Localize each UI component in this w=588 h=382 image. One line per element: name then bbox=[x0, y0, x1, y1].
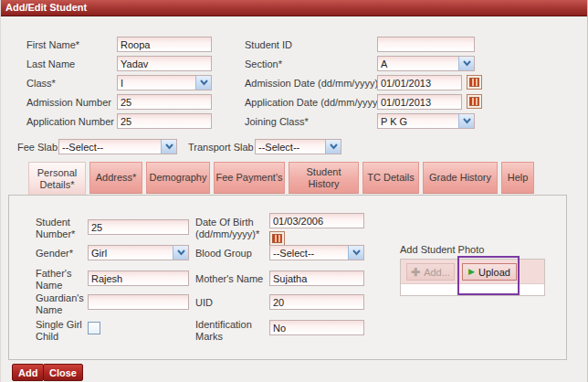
date-of-birth-calendar-icon[interactable] bbox=[269, 231, 285, 246]
fee-slab-label: Fee Slab bbox=[17, 142, 58, 154]
student-number-input[interactable] bbox=[88, 219, 189, 235]
joining-class-select-value: P K G bbox=[378, 116, 458, 127]
single-girl-child-label: Single Girl Child bbox=[36, 319, 92, 343]
calendar-grid-glyph bbox=[272, 234, 282, 243]
transport-slab-label: Transport Slab bbox=[188, 142, 254, 154]
tab-address[interactable]: Address* bbox=[89, 162, 142, 194]
chevron-down-icon bbox=[458, 57, 474, 70]
transport-slab-select-value: --Select-- bbox=[256, 142, 325, 153]
application-date-input[interactable] bbox=[377, 94, 462, 110]
date-of-birth-input[interactable] bbox=[269, 213, 364, 228]
window-title: Add/Edit Student bbox=[5, 2, 87, 13]
uid-input[interactable] bbox=[269, 294, 364, 310]
window-titlebar: Add/Edit Student bbox=[1, 0, 587, 16]
chevron-down-icon bbox=[348, 246, 363, 260]
application-date-calendar-icon[interactable] bbox=[467, 94, 482, 109]
mothers-name-label: Mother's Name bbox=[195, 273, 263, 285]
chevron-down-icon bbox=[195, 76, 211, 90]
single-girl-child-checkbox[interactable] bbox=[88, 322, 100, 334]
guardians-name-label: Guardian's Name bbox=[36, 292, 94, 316]
photo-add-button-label: Add... bbox=[424, 267, 450, 278]
admission-number-input[interactable] bbox=[117, 94, 212, 110]
application-number-input[interactable] bbox=[117, 113, 212, 129]
blood-group-label: Blood Group bbox=[195, 248, 252, 260]
section-select[interactable]: A bbox=[377, 56, 475, 71]
tab-help[interactable]: Help bbox=[501, 162, 534, 194]
student-id-label: Student ID bbox=[245, 39, 292, 51]
first-name-input[interactable] bbox=[117, 37, 212, 52]
admission-number-label: Admission Number bbox=[26, 97, 116, 109]
chevron-down-icon bbox=[161, 140, 176, 154]
section-label: Section* bbox=[245, 58, 282, 70]
close-button[interactable]: Close bbox=[43, 364, 83, 381]
tab-grade-history[interactable]: Grade History bbox=[423, 162, 498, 194]
chevron-down-icon bbox=[458, 114, 474, 128]
tab-personal-details[interactable]: Personal Details* bbox=[28, 162, 86, 195]
plus-icon: ✚ bbox=[411, 268, 420, 277]
class-label: Class* bbox=[26, 78, 116, 90]
fee-slab-select-value: --Select-- bbox=[59, 142, 161, 153]
identification-marks-label: Identification Marks bbox=[195, 319, 267, 343]
joining-class-label: Joining Class* bbox=[245, 116, 309, 128]
date-of-birth-label: Date Of Birth (dd/mm/yyyy)* bbox=[195, 217, 270, 240]
blood-group-select-value: --Select-- bbox=[270, 248, 348, 259]
section-select-value: A bbox=[378, 58, 458, 69]
mothers-name-input[interactable] bbox=[269, 271, 364, 286]
gender-label: Gender* bbox=[36, 248, 73, 260]
fee-slab-select[interactable]: --Select-- bbox=[58, 139, 177, 154]
tab-tc-details[interactable]: TC Details bbox=[362, 162, 419, 194]
student-id-input[interactable] bbox=[377, 37, 475, 52]
blood-group-select[interactable]: --Select-- bbox=[269, 245, 364, 260]
uid-label: UID bbox=[195, 297, 213, 309]
tab-demography[interactable]: Demography bbox=[146, 162, 210, 194]
last-name-input[interactable] bbox=[117, 56, 212, 71]
application-number-label: Application Number bbox=[26, 116, 116, 128]
upload-highlight-rectangle bbox=[457, 256, 520, 295]
transport-slab-select[interactable]: --Select-- bbox=[255, 139, 341, 154]
gender-select[interactable]: Girl bbox=[88, 245, 189, 260]
chevron-down-icon bbox=[173, 246, 188, 260]
first-name-label: First Name* bbox=[26, 39, 116, 51]
admission-date-input[interactable] bbox=[377, 75, 462, 90]
tab-fee-payments[interactable]: Fee Payment's bbox=[214, 162, 285, 194]
tab-student-history[interactable]: Student History bbox=[289, 162, 359, 194]
class-select-value: I bbox=[118, 78, 195, 89]
class-select[interactable]: I bbox=[117, 75, 212, 90]
calendar-grid-glyph bbox=[469, 97, 479, 106]
gender-select-value: Girl bbox=[89, 248, 173, 259]
last-name-label: Last Name bbox=[26, 58, 116, 70]
add-edit-student-window: Add/Edit Student First Name* Last Name C… bbox=[0, 0, 588, 382]
photo-add-button[interactable]: ✚ Add... bbox=[406, 263, 455, 281]
add-student-photo-label: Add Student Photo bbox=[400, 244, 484, 256]
fathers-name-label: Father's Name bbox=[36, 268, 87, 292]
fathers-name-input[interactable] bbox=[88, 271, 189, 286]
joining-class-select[interactable]: P K G bbox=[377, 113, 475, 129]
identification-marks-input[interactable] bbox=[269, 320, 364, 335]
guardians-name-input[interactable] bbox=[88, 294, 189, 310]
add-button[interactable]: Add bbox=[12, 364, 44, 381]
application-date-label: Application Date (dd/mm/yyyy) bbox=[245, 97, 381, 109]
chevron-down-icon bbox=[325, 140, 341, 154]
admission-date-calendar-icon[interactable] bbox=[467, 75, 482, 90]
student-number-label: Student Number* bbox=[36, 217, 87, 240]
admission-date-label: Admission Date (dd/mm/yyyy) bbox=[245, 78, 378, 90]
calendar-grid-glyph bbox=[469, 78, 479, 87]
